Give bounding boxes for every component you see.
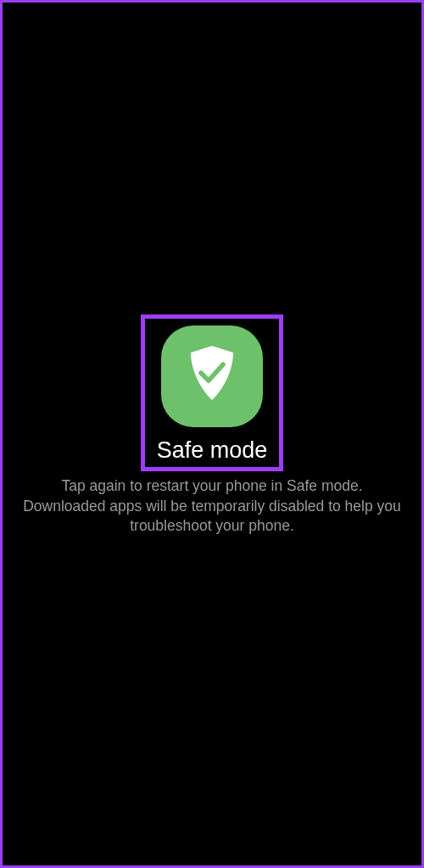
safe-mode-description: Tap again to restart your phone in Safe … bbox=[20, 476, 404, 537]
safe-mode-container: Safe mode Tap again to restart your phon… bbox=[3, 314, 421, 537]
shield-check-icon bbox=[186, 344, 238, 409]
shield-check-icon-container bbox=[161, 326, 263, 427]
safe-mode-title: Safe mode bbox=[157, 437, 268, 464]
safe-mode-button[interactable]: Safe mode bbox=[141, 314, 284, 471]
